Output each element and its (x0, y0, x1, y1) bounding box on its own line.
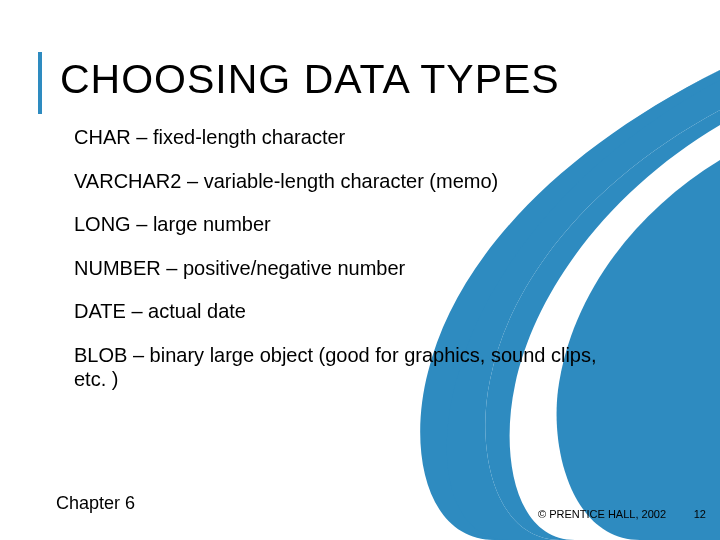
title-accent-bar (38, 52, 42, 114)
body-list: CHAR – fixed-length character VARCHAR2 –… (74, 126, 634, 411)
copyright-label: © PRENTICE HALL, 2002 (538, 508, 666, 520)
list-item: DATE – actual date (74, 300, 634, 324)
list-item: VARCHAR2 – variable-length character (me… (74, 170, 634, 194)
chapter-label: Chapter 6 (56, 493, 135, 514)
list-item: CHAR – fixed-length character (74, 126, 634, 150)
slide: CHOOSING DATA TYPES CHAR – fixed-length … (0, 0, 720, 540)
page-number: 12 (694, 508, 706, 520)
slide-title: CHOOSING DATA TYPES (60, 56, 560, 103)
list-item: LONG – large number (74, 213, 634, 237)
list-item: BLOB – binary large object (good for gra… (74, 344, 634, 391)
list-item: NUMBER – positive/negative number (74, 257, 634, 281)
